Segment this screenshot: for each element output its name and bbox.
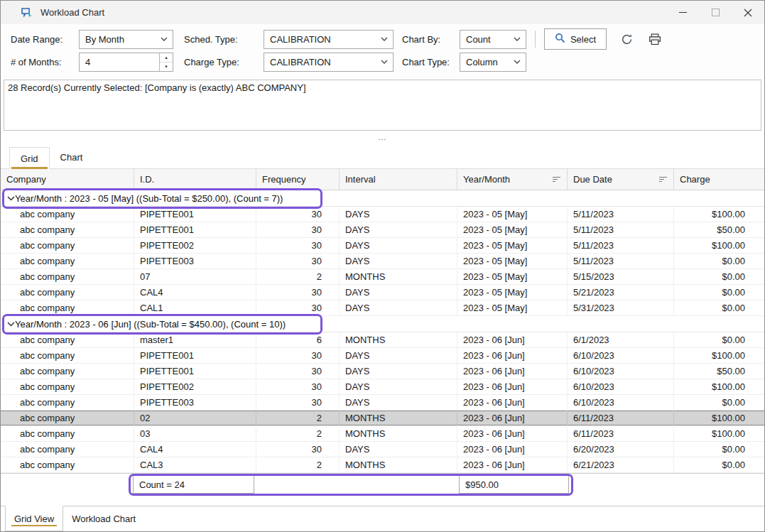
print-icon[interactable] xyxy=(646,31,663,48)
column-header-charge[interactable]: Charge xyxy=(674,169,764,190)
cell-charge: $50.00 xyxy=(674,222,764,237)
cell-year-month: 2023 - 06 [Jun] xyxy=(457,348,568,363)
cell-interval: DAYS xyxy=(340,222,457,237)
column-header-id[interactable]: I.D. xyxy=(134,169,256,190)
stepper-down-icon[interactable]: ▾ xyxy=(160,63,173,71)
cell-due-date: 6/10/2023 xyxy=(568,379,674,394)
cell-charge: $0.00 xyxy=(674,285,764,300)
cell-frequency: 2 xyxy=(256,457,340,472)
cell-id: 02 xyxy=(134,411,256,425)
cell-interval: DAYS xyxy=(340,364,457,379)
minimize-button[interactable] xyxy=(666,1,699,24)
cell-frequency: 2 xyxy=(256,269,340,284)
splitter-dots: ... xyxy=(378,133,386,141)
tab-grid[interactable]: Grid xyxy=(9,147,50,169)
cell-due-date: 6/1/2023 xyxy=(568,332,674,347)
tab-grid-view[interactable]: Grid View xyxy=(5,506,63,531)
table-row[interactable]: abc companymaster16MONTHS2023 - 06 [Jun]… xyxy=(1,332,764,348)
cell-interval: DAYS xyxy=(340,254,457,268)
stepper-up-icon[interactable]: ▴ xyxy=(160,53,173,63)
table-row[interactable]: abc companyPIPETTE00130DAYS2023 - 06 [Ju… xyxy=(1,348,764,364)
cell-company: abc company xyxy=(1,285,134,300)
refresh-icon[interactable] xyxy=(618,31,635,48)
cell-charge: $0.00 xyxy=(674,395,764,410)
cell-frequency: 30 xyxy=(256,379,340,394)
app-icon xyxy=(21,7,33,18)
cell-due-date: 5/11/2023 xyxy=(568,254,674,268)
maximize-button[interactable] xyxy=(699,1,732,24)
cell-charge: $0.00 xyxy=(674,300,764,315)
close-button[interactable] xyxy=(732,1,764,24)
chart-type-select[interactable]: Column xyxy=(460,53,526,72)
cell-id: PIPETTE001 xyxy=(134,222,256,237)
cell-year-month: 2023 - 06 [Jun] xyxy=(457,395,568,410)
sched-type-select[interactable]: CALIBRATION xyxy=(264,30,394,49)
cell-company: abc company xyxy=(1,348,134,363)
table-row[interactable]: abc companyPIPETTE00130DAYS2023 - 05 [Ma… xyxy=(1,207,764,222)
charge-type-label: Charge Type: xyxy=(184,57,264,67)
cell-id: master1 xyxy=(134,332,256,347)
cell-due-date: 5/11/2023 xyxy=(568,207,674,222)
cell-due-date: 5/21/2023 xyxy=(568,285,674,300)
cell-company: abc company xyxy=(1,457,134,472)
table-row[interactable]: abc companyPIPETTE00330DAYS2023 - 06 [Ju… xyxy=(1,395,764,411)
date-range-select[interactable]: By Month xyxy=(79,30,173,49)
table-row[interactable]: abc companyCAL430DAYS2023 - 06 [Jun]6/20… xyxy=(1,442,764,457)
column-header-due-date[interactable]: Due Date xyxy=(568,169,674,190)
table-row[interactable]: abc companyPIPETTE00130DAYS2023 - 06 [Ju… xyxy=(1,364,764,379)
cell-year-month: 2023 - 06 [Jun] xyxy=(457,411,568,425)
table-row[interactable]: abc company032MONTHS2023 - 06 [Jun]6/11/… xyxy=(1,426,764,442)
cell-year-month: 2023 - 05 [May] xyxy=(457,285,568,300)
table-row[interactable]: abc companyPIPETTE00330DAYS2023 - 05 [Ma… xyxy=(1,254,764,269)
table-row[interactable]: abc company072MONTHS2023 - 05 [May]5/15/… xyxy=(1,269,764,285)
tab-chart[interactable]: Chart xyxy=(50,146,94,168)
cell-interval: DAYS xyxy=(340,238,457,253)
cell-company: abc company xyxy=(1,269,134,284)
grid-body: Year/Month : 2023 - 05 [May] ((Sub-Total… xyxy=(1,190,764,473)
table-row[interactable]: abc companyCAL32MONTHS2023 - 06 [Jun]6/2… xyxy=(1,457,764,473)
toolbar: Date Range: By Month Sched. Type: CALIBR… xyxy=(1,24,764,78)
table-row[interactable]: abc companyCAL130DAYS2023 - 05 [May]5/31… xyxy=(1,300,764,316)
table-row[interactable]: abc companyPIPETTE00230DAYS2023 - 05 [Ma… xyxy=(1,238,764,254)
column-header-label: Charge xyxy=(680,174,710,185)
column-header-company[interactable]: Company xyxy=(1,169,134,190)
cell-due-date: 5/11/2023 xyxy=(568,222,674,237)
chart-type-value: Column xyxy=(466,57,498,67)
column-header-label: Frequency xyxy=(262,174,305,185)
charge-type-select[interactable]: CALIBRATION xyxy=(264,53,394,72)
column-header-year-month[interactable]: Year/Month xyxy=(457,169,568,190)
chart-by-select[interactable]: Count xyxy=(460,30,526,49)
table-row[interactable]: abc companyPIPETTE00230DAYS2023 - 06 [Ju… xyxy=(1,379,764,395)
splitter-handle[interactable]: ... xyxy=(1,131,764,143)
cell-frequency: 30 xyxy=(256,442,340,457)
group-row[interactable]: Year/Month : 2023 - 06 [Jun] ((Sub-Total… xyxy=(1,316,764,332)
cell-due-date: 6/21/2023 xyxy=(568,457,674,472)
cell-frequency: 30 xyxy=(256,348,340,363)
column-header-frequency[interactable]: Frequency xyxy=(256,169,340,190)
footer-cell xyxy=(340,474,457,495)
footer-total-label: $950.00 xyxy=(465,479,499,490)
cell-due-date: 5/31/2023 xyxy=(568,300,674,315)
table-row[interactable]: abc company022MONTHS2023 - 06 [Jun]6/11/… xyxy=(1,411,764,426)
cell-id: PIPETTE001 xyxy=(134,207,256,222)
grid-footer: Count = 24 $950.00 xyxy=(1,473,764,495)
column-header-interval[interactable]: Interval xyxy=(340,169,457,190)
table-row[interactable]: abc companyCAL430DAYS2023 - 05 [May]5/21… xyxy=(1,285,764,300)
table-row[interactable]: abc companyPIPETTE00130DAYS2023 - 05 [Ma… xyxy=(1,222,764,238)
group-row[interactable]: Year/Month : 2023 - 05 [May] ((Sub-Total… xyxy=(1,190,764,207)
cell-interval: MONTHS xyxy=(340,332,457,347)
cell-interval: DAYS xyxy=(340,379,457,394)
select-button[interactable]: Select xyxy=(544,28,607,50)
cell-year-month: 2023 - 06 [Jun] xyxy=(457,364,568,379)
num-months-stepper[interactable]: 4 ▴ ▾ xyxy=(79,53,173,72)
tab-workload-chart[interactable]: Workload Chart xyxy=(63,506,144,531)
chevron-down-icon[interactable] xyxy=(1,322,15,327)
cell-company: abc company xyxy=(1,379,134,394)
sort-icon[interactable] xyxy=(658,176,668,183)
chevron-down-icon xyxy=(381,60,388,64)
cell-charge: $50.00 xyxy=(674,364,764,379)
sort-icon[interactable] xyxy=(552,176,561,183)
select-button-label: Select xyxy=(570,34,596,45)
cell-year-month: 2023 - 05 [May] xyxy=(457,238,568,253)
chevron-down-icon[interactable] xyxy=(1,196,15,201)
